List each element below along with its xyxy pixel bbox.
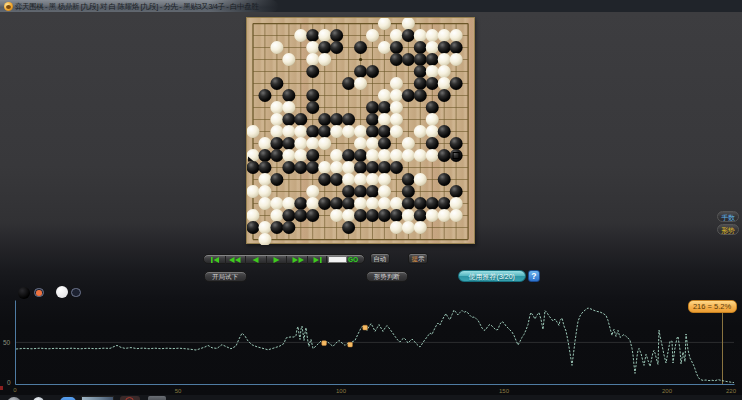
svg-text:100: 100 [336,388,347,394]
svg-text:50: 50 [3,339,11,346]
svg-text:0: 0 [13,387,17,393]
svg-text:200: 200 [662,388,673,394]
svg-text:0: 0 [7,379,11,386]
svg-text:150: 150 [499,388,510,394]
svg-text:50: 50 [175,388,182,394]
svg-text:220: 220 [726,388,737,394]
